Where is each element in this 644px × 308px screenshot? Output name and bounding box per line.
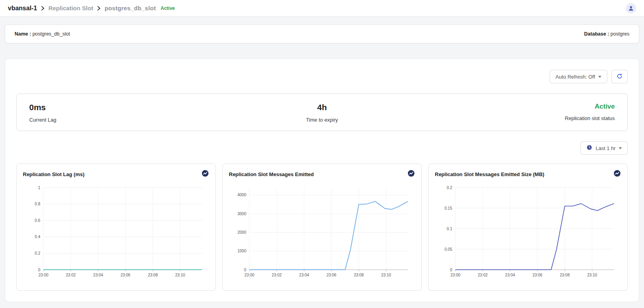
user-avatar-icon[interactable]	[626, 3, 636, 13]
metrics-panel: Auto Refresh: Off 0ms Current Lag 4h Tim…	[5, 58, 639, 302]
stats-summary: 0ms Current Lag 4h Time to expiry Active…	[16, 94, 628, 131]
svg-text:23:10: 23:10	[381, 273, 391, 277]
svg-text:1: 1	[38, 186, 40, 190]
chart-title: Replication Slot Messages Emitted Size (…	[435, 171, 544, 177]
stat-time-to-expiry: 4h Time to expiry	[225, 103, 420, 123]
refresh-button[interactable]	[611, 70, 628, 83]
charts-row: Replication Slot Lag (ms) 23:0023:0223:0…	[16, 163, 628, 291]
time-to-expiry-label: Time to expiry	[225, 117, 420, 123]
svg-text:0: 0	[38, 268, 40, 272]
svg-text:23:04: 23:04	[93, 273, 103, 277]
chart-badge-icon	[407, 169, 415, 179]
chevron-right-icon	[97, 6, 101, 11]
svg-text:23:02: 23:02	[272, 273, 282, 277]
time-range-label: Last 1 hr	[595, 145, 616, 151]
time-to-expiry-value: 4h	[225, 103, 420, 112]
svg-text:23:10: 23:10	[587, 273, 597, 277]
refresh-icon	[616, 73, 623, 81]
stat-slot-status: Active Replication slot status	[419, 103, 615, 123]
svg-text:23:00: 23:00	[450, 273, 460, 277]
svg-text:23:08: 23:08	[354, 273, 364, 277]
replication-slot-lag-chart: 23:0023:0223:0423:0623:0823:1000.20.40.6…	[23, 183, 209, 282]
chart-title: Replication Slot Lag (ms)	[23, 171, 84, 177]
auto-refresh-label: Auto Refresh: Off	[556, 74, 595, 80]
svg-text:23:06: 23:06	[120, 273, 130, 277]
chevron-down-icon	[619, 147, 622, 149]
metrics-toolbar: Auto Refresh: Off	[16, 70, 628, 83]
svg-text:23:02: 23:02	[66, 273, 76, 277]
status-badge: Active	[161, 6, 175, 11]
svg-text:3000: 3000	[238, 212, 247, 216]
chart-header: Replication Slot Messages Emitted Size (…	[435, 169, 621, 179]
svg-text:23:06: 23:06	[326, 273, 336, 277]
slot-status-value: Active	[419, 103, 615, 111]
slot-status-label: Replication slot status	[419, 115, 615, 121]
slot-database-value: postgres	[610, 31, 629, 37]
current-lag-label: Current Lag	[29, 117, 225, 123]
slot-info-bar: Name : postgres_db_slot Database : postg…	[5, 24, 639, 43]
svg-text:0.2: 0.2	[447, 186, 452, 190]
svg-text:23:02: 23:02	[478, 273, 488, 277]
messages-emitted-size-chart: 23:0023:0223:0423:0623:0823:1000.050.10.…	[435, 183, 621, 282]
svg-text:23:08: 23:08	[560, 273, 570, 277]
chart-badge-icon	[201, 169, 209, 179]
breadcrumb-slot[interactable]: postgres_db_slot	[105, 5, 156, 11]
svg-text:23:08: 23:08	[148, 273, 158, 277]
breadcrumb: vbansal-1 Replication Slot postgres_db_s…	[8, 5, 175, 12]
svg-text:0: 0	[244, 268, 246, 272]
svg-text:23:04: 23:04	[299, 273, 309, 277]
auto-refresh-dropdown[interactable]: Auto Refresh: Off	[550, 70, 607, 83]
chart-header: Replication Slot Lag (ms)	[23, 169, 209, 179]
svg-text:0.6: 0.6	[35, 218, 40, 223]
slot-name: Name : postgres_db_slot	[15, 31, 70, 37]
svg-text:1000: 1000	[238, 249, 247, 253]
chevron-right-icon	[41, 6, 45, 11]
chart-card-replication-slot-lag: Replication Slot Lag (ms) 23:0023:0223:0…	[16, 163, 216, 291]
svg-text:23:04: 23:04	[505, 273, 515, 277]
clock-icon	[586, 145, 592, 152]
svg-text:2000: 2000	[238, 230, 247, 235]
svg-text:0.4: 0.4	[35, 235, 40, 239]
svg-text:23:00: 23:00	[38, 273, 48, 277]
current-lag-value: 0ms	[29, 103, 225, 112]
breadcrumb-section[interactable]: Replication Slot	[49, 5, 93, 11]
time-range-row: Last 1 hr	[16, 141, 628, 155]
svg-text:0.1: 0.1	[447, 227, 452, 231]
breadcrumb-universe[interactable]: vbansal-1	[8, 5, 37, 12]
svg-text:23:00: 23:00	[244, 273, 254, 277]
stat-current-lag: 0ms Current Lag	[29, 103, 225, 123]
svg-text:23:10: 23:10	[175, 273, 185, 277]
top-header: vbansal-1 Replication Slot postgres_db_s…	[0, 0, 644, 17]
svg-text:0.2: 0.2	[35, 251, 40, 255]
svg-text:0: 0	[450, 268, 452, 272]
chart-card-messages-emitted: Replication Slot Messages Emitted 23:002…	[222, 163, 422, 291]
chart-title: Replication Slot Messages Emitted	[229, 171, 314, 177]
chart-header: Replication Slot Messages Emitted	[229, 169, 415, 179]
slot-database: Database : postgres	[584, 31, 629, 37]
time-range-dropdown[interactable]: Last 1 hr	[580, 141, 628, 155]
svg-text:23:06: 23:06	[532, 273, 542, 277]
chart-card-messages-emitted-size: Replication Slot Messages Emitted Size (…	[428, 163, 628, 291]
chevron-down-icon	[598, 76, 601, 78]
svg-text:0.8: 0.8	[35, 202, 40, 206]
slot-name-value: postgres_db_slot	[32, 31, 70, 37]
svg-text:0.05: 0.05	[445, 247, 453, 252]
messages-emitted-chart: 23:0023:0223:0423:0623:0823:100100020003…	[229, 183, 415, 282]
svg-text:4000: 4000	[238, 193, 247, 197]
chart-badge-icon	[613, 169, 621, 179]
slot-database-label: Database :	[584, 31, 609, 37]
slot-name-label: Name :	[15, 31, 31, 37]
svg-text:0.15: 0.15	[445, 206, 453, 210]
